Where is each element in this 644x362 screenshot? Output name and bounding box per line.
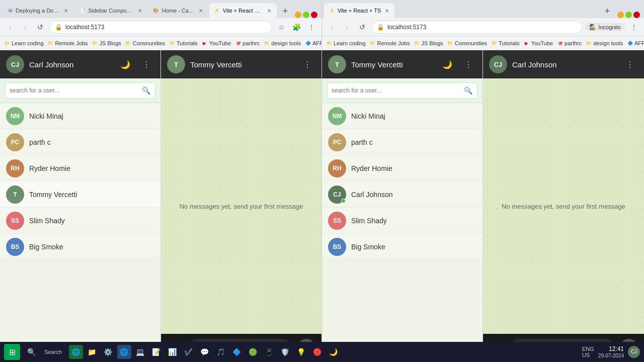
right-contact-carl[interactable]: CJ Carl Johnson (322, 182, 482, 208)
address-bar-left[interactable]: 🔒 localhost:5173 (49, 21, 272, 34)
bookmark-design-tools-right[interactable]: 📁 design tools (586, 40, 623, 46)
menu-btn-left[interactable]: ⋮ (305, 21, 317, 33)
right-browser-window: ⚡ Vite + React + TS ✕ + ‹ › ↺ 🔒 localhos… (322, 0, 644, 362)
maximize-btn-left[interactable] (303, 12, 309, 18)
bookmark-design-tools-left[interactable]: 📁 design tools (264, 40, 301, 46)
reload-btn-right[interactable]: ↺ (356, 21, 368, 33)
forward-btn-right[interactable]: › (341, 21, 353, 33)
bookmark-communities-right[interactable]: 📁 Communities (447, 40, 487, 46)
taskbar-icon-3[interactable]: ⚙️ (101, 345, 115, 359)
new-tab-button-left[interactable]: + (279, 4, 292, 18)
left-menu-btn[interactable]: ⋮ (138, 56, 154, 72)
right-moon-btn[interactable]: 🌙 (439, 56, 455, 72)
right-app-container: T Tommy Vercetti 🌙 ⋮ 🔍 NM Nicki Minaj (322, 50, 644, 362)
taskbar-icon-13[interactable]: 🛡️ (278, 345, 292, 359)
close-btn-right[interactable] (633, 12, 640, 18)
right-menu-btn[interactable]: ⋮ (460, 56, 476, 72)
bookmark-js-blogs-left[interactable]: 📁 JS Blogs (92, 40, 121, 46)
right-search-input[interactable] (332, 87, 460, 94)
right-bookmarks-bar: 📁 Learn coding 📁 Remote Jobs 📁 JS Blogs … (322, 36, 644, 50)
back-btn-left[interactable]: ‹ (4, 21, 16, 33)
taskbar-icon-8[interactable]: 💬 (198, 345, 212, 359)
windows-icon: ⊞ (9, 347, 16, 357)
right-contact-slim[interactable]: SS Slim Shady (322, 208, 482, 234)
bookmark-tutorials-left[interactable]: 📁 Tutorials (169, 40, 198, 46)
bookmark-remote-jobs-right[interactable]: 📁 Remote Jobs (370, 40, 410, 46)
address-text-right: localhost:5173 (387, 24, 426, 31)
left-contact-ryder[interactable]: RH Ryder Homie (0, 155, 160, 182)
taskbar-icon-6[interactable]: 📊 (166, 345, 180, 359)
left-contact-big[interactable]: BS Big Smoke (0, 234, 160, 260)
extensions-btn-left[interactable]: 🧩 (290, 21, 302, 33)
left-contact-tommy[interactable]: T Tommy Vercetti (0, 182, 160, 208)
bookmark-icon-js-r: 📁 (414, 40, 420, 46)
bookmark-parthrc-left[interactable]: 🐙 parthrc (235, 40, 260, 46)
bookmark-youtube-right[interactable]: ▶ YouTube (524, 40, 553, 46)
tab-close-canva[interactable]: ✕ (197, 7, 204, 14)
left-chat-menu-btn[interactable]: ⋮ (299, 56, 315, 72)
forward-btn-left[interactable]: › (19, 21, 31, 33)
star-btn-left[interactable]: ☆ (275, 21, 287, 33)
bookmark-icon-design: 📁 (264, 40, 270, 46)
taskbar-user-icon[interactable]: CJ (628, 346, 640, 358)
bookmark-learn-coding-left[interactable]: 📁 Learn coding (4, 40, 44, 46)
tab-close-vite-left[interactable]: ✕ (266, 7, 273, 14)
left-moon-btn[interactable]: 🌙 (117, 56, 133, 72)
taskbar-icon-12[interactable]: 📱 (262, 345, 276, 359)
close-btn-left[interactable] (311, 12, 317, 18)
taskbar-icon-11[interactable]: 🟢 (246, 345, 260, 359)
tab-close-sidebar[interactable]: ✕ (136, 7, 143, 14)
left-search-input[interactable] (10, 87, 138, 94)
right-contact-nicki[interactable]: NM Nicki Minaj (322, 103, 482, 129)
reload-btn-left[interactable]: ↺ (34, 21, 46, 33)
taskbar-icon-15[interactable]: 🔴 (310, 345, 325, 359)
taskbar-browser-left[interactable]: 🌐 (117, 345, 131, 359)
taskbar-icon-2[interactable]: 📁 (85, 345, 99, 359)
tab-close-deploying[interactable]: ✕ (62, 7, 69, 14)
new-tab-button-right[interactable]: + (600, 4, 614, 18)
right-contact-big[interactable]: BS Big Smoke (322, 234, 482, 260)
taskbar-icon-4[interactable]: 💻 (133, 345, 147, 359)
minimize-btn-right[interactable] (617, 12, 624, 18)
tab-title-vite-left: Vite + React + TS (223, 8, 263, 14)
address-bar-right[interactable]: 🔒 localhost:5173 (371, 21, 582, 34)
tab-canva[interactable]: 🎨 Home - Canva ✕ (148, 3, 208, 18)
bookmark-remote-jobs-left[interactable]: 📁 Remote Jobs (48, 40, 88, 46)
bookmark-communities-left[interactable]: 📁 Communities (125, 40, 165, 46)
menu-btn-right[interactable]: ⋮ (628, 21, 640, 33)
bookmark-parthrc-right[interactable]: 🐙 parthrc (557, 40, 582, 46)
bookmark-affine-right[interactable]: 🔷 AFFINE (627, 40, 644, 46)
search-taskbar-btn[interactable]: 🔍 (23, 344, 39, 360)
tab-deploying[interactable]: 🐳 Deploying a Dock... ✕ (2, 3, 73, 18)
taskbar-icon-7[interactable]: ✔️ (182, 345, 196, 359)
bookmark-affine-left[interactable]: 🔷 AFFINE (305, 40, 321, 46)
left-contact-nicki[interactable]: NM Nicki Minaj (0, 103, 160, 129)
back-btn-right[interactable]: ‹ (326, 21, 338, 33)
tab-sidebar[interactable]: 📄 Sidebar Compone... ✕ (74, 3, 147, 18)
right-contact-parth[interactable]: PC parth c (322, 129, 482, 155)
bookmark-tutorials-right[interactable]: 📁 Tutorials (491, 40, 520, 46)
bookmark-icon-parthrc: 🐙 (235, 40, 241, 46)
tab-close-vite-right[interactable]: ✕ (383, 7, 390, 14)
tab-vite-left[interactable]: ⚡ Vite + React + TS ✕ (209, 3, 277, 18)
taskbar-icon-16[interactable]: 🌙 (327, 345, 341, 359)
bookmark-youtube-left[interactable]: ▶ YouTube (202, 40, 231, 46)
taskbar-icon-14[interactable]: 💡 (294, 345, 308, 359)
taskbar-icon-1[interactable]: 🌐 (69, 345, 83, 359)
left-contact-slim[interactable]: SS Slim Shady (0, 208, 160, 234)
right-search-icon-btn[interactable]: 🔍 (463, 85, 473, 96)
left-search-icon-btn[interactable]: 🔍 (141, 85, 151, 96)
maximize-btn-right[interactable] (625, 12, 632, 18)
right-chat-menu-btn[interactable]: ⋮ (622, 56, 638, 72)
tab-vite-right[interactable]: ⚡ Vite + React + TS ✕ (324, 3, 394, 18)
taskbar-icon-9[interactable]: 🎵 (214, 345, 228, 359)
right-contact-ryder[interactable]: RH Ryder Homie (322, 155, 482, 182)
bookmark-learn-coding-right[interactable]: 📁 Learn coding (326, 40, 366, 46)
taskbar-icon-5[interactable]: 📝 (149, 345, 164, 359)
start-btn[interactable]: ⊞ (4, 344, 20, 360)
bookmark-js-blogs-right[interactable]: 📁 JS Blogs (414, 40, 443, 46)
minimize-btn-left[interactable] (295, 12, 301, 18)
left-no-messages: No messages yet, send your first message (174, 197, 309, 216)
left-contact-parth[interactable]: PC parth c (0, 129, 160, 155)
taskbar-icon-10[interactable]: 🔷 (230, 345, 244, 359)
